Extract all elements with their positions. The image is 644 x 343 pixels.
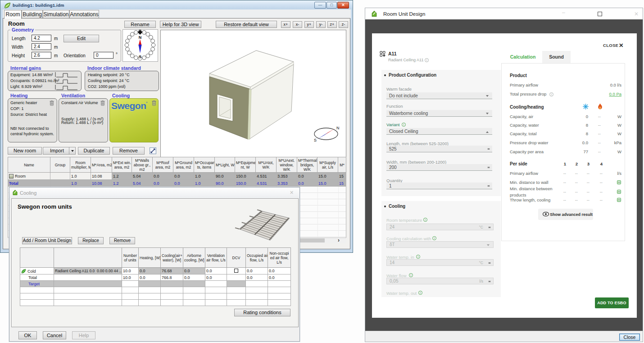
svg-text:N: N bbox=[139, 35, 142, 40]
svg-text:S: S bbox=[139, 55, 141, 59]
svg-text:S: S bbox=[314, 138, 317, 142]
svg-text:N: N bbox=[336, 126, 340, 130]
